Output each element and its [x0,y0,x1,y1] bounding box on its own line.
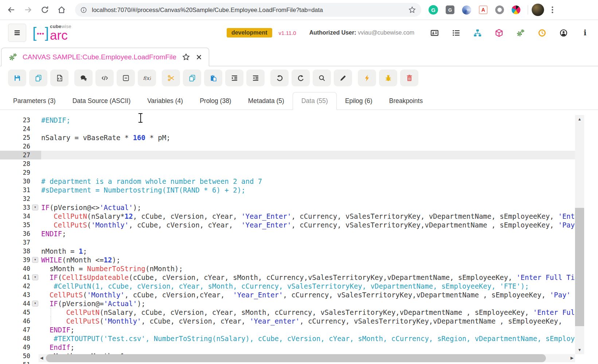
vertical-scrollbar-thumb[interactable] [575,208,584,326]
comment-button[interactable] [74,70,93,86]
delete-button[interactable] [400,70,418,86]
code-text[interactable]: #sDepartment = Numbertostring(INT(RAND *… [41,186,575,194]
redo-button[interactable] [292,70,310,86]
code-line[interactable]: 33▾IF(pVersion@<>'Actual'); [0,203,575,212]
code-text[interactable]: sMonth = NumberToString(nMonth); [41,264,575,273]
collapse-button[interactable] [117,70,135,86]
code-line[interactable]: 44▾ IF(pVersion@='Actual'); [0,299,575,308]
g-gray-extension-icon[interactable]: G [446,5,454,14]
run-button[interactable] [358,70,376,86]
code-text[interactable] [41,194,575,203]
undo-button[interactable] [270,70,289,86]
code-editor[interactable]: 23#ENDIF;2425nSalary = vBaseRate * 160 *… [0,110,598,364]
swirl-extension-icon[interactable] [462,5,471,15]
paste-button[interactable] [204,70,222,86]
code-line[interactable]: 48 #TEXTOUTPUT('Test.csv', NumberToStrin… [0,334,575,343]
code-line[interactable]: 28 [0,159,575,168]
code-line[interactable]: 35 CellPutS('Monthly', cCube, cVersion, … [0,221,575,229]
address-bar[interactable]: localhost:7070/#/process/Canvas%20Sample… [75,3,421,17]
code-text[interactable]: #CellPutN(1, cCube, cVersion, cYear, sMo… [41,282,575,290]
fold-toggle-icon[interactable]: ▾ [32,274,38,280]
code-line[interactable]: 37 [0,238,575,247]
code-text[interactable]: ENDIF; [41,229,575,238]
code-line[interactable]: 42 #CellPutN(1, cCube, cVersion, cYear, … [0,282,575,290]
code-text[interactable]: nMonth = 1; [41,247,575,256]
code-line[interactable]: 41▾ IF(CellIsUpdateable(cCube, cVersion,… [0,273,575,282]
code-line[interactable]: 31#sDepartment = Numbertostring(INT(RAND… [0,186,575,194]
back-icon[interactable] [7,5,16,14]
tab-data-source-ascii[interactable]: Data Source (ASCII) [64,92,139,110]
duplicate-button[interactable] [29,70,47,86]
code-line[interactable]: 38nMonth = 1; [0,247,575,256]
code-text[interactable]: nSalary = vBaseRate * 160 * pM; [41,133,575,142]
scroll-up-icon[interactable]: ▲ [575,117,584,121]
document-tab-process[interactable]: CANVAS SAMPLE:Cube.Employee.LoadFromFile [1,48,209,66]
tab-parameters-3[interactable]: Parameters (3) [5,92,64,110]
reload-icon[interactable] [40,5,49,14]
code-line[interactable]: 43 CellPutS('Monthly', cCube, cVersion,c… [0,290,575,299]
code-line[interactable]: 47 ENDIF; [0,325,575,334]
user-icon[interactable] [559,29,568,37]
horizontal-scrollbar[interactable]: ◀ ▶ [39,354,575,362]
tab-prolog-38[interactable]: Prolog (38) [191,92,240,110]
palette-extension-icon[interactable] [512,5,520,14]
search-button[interactable] [313,70,331,86]
code-text[interactable]: IF(CellIsUpdateable(cCube, cVersion, cYe… [41,273,575,282]
tab-variables-4[interactable]: Variables (4) [139,92,191,110]
code-line[interactable]: 27 [0,151,575,159]
fold-toggle-icon[interactable]: ▾ [32,257,38,263]
profile-avatar[interactable] [532,4,544,16]
horizontal-scrollbar-thumb[interactable] [46,354,546,362]
scroll-right-icon[interactable]: ▶ [571,356,574,360]
home-icon[interactable] [57,5,66,14]
code-line[interactable]: 24 [0,124,575,133]
cut-button[interactable] [162,70,180,86]
list-icon[interactable] [452,29,460,37]
code-line[interactable]: 45 CellPutN(nSalary, cCube, cVersion, cY… [0,308,575,317]
code-text[interactable]: IF(pVersion@<>'Actual'); [41,203,575,212]
code-line[interactable]: 32 [0,194,575,203]
code-text[interactable]: CellPutS('Monthly', cCube, cVersion, cYe… [41,221,575,229]
site-info-icon[interactable] [80,7,87,13]
tab-data-55[interactable]: Data (55) [293,92,337,110]
close-tab-icon[interactable] [196,54,202,60]
outdent-button[interactable] [246,70,265,86]
sitemap-icon[interactable] [473,29,482,37]
code-line[interactable]: 25nSalary = vBaseRate * 160 * pM; [0,133,575,142]
fold-toggle-icon[interactable]: ▾ [32,301,38,306]
code-line[interactable]: 40 sMonth = NumberToString(nMonth); [0,264,575,273]
code-line[interactable]: 49 EndIf; [0,343,575,352]
code-line[interactable]: 26 [0,142,575,151]
code-text[interactable]: CellPutS('Monthly', cCube, cVersion,cYea… [41,290,575,299]
address-card-icon[interactable] [430,29,439,37]
code-text[interactable] [41,238,575,247]
code-text[interactable]: #ENDIF; [41,116,575,124]
scroll-down-icon[interactable]: ▼ [575,348,584,352]
save-button[interactable] [8,70,26,86]
debug-button[interactable] [379,70,397,86]
code-text[interactable] [41,142,575,151]
cube-icon[interactable] [495,29,503,37]
acrobat-extension-icon[interactable]: A [479,5,488,14]
code-text[interactable] [41,151,575,159]
code-text[interactable] [41,124,575,133]
code-text[interactable] [41,159,575,168]
info-icon[interactable]: i [581,29,589,37]
vertical-scrollbar[interactable]: ▲ ▼ [575,115,584,354]
hamburger-menu-button[interactable] [8,24,26,42]
copy-button[interactable] [183,70,201,86]
code-text[interactable]: #TEXTOUTPUT('Test.csv', NumberToString(n… [41,334,575,343]
clock-icon[interactable] [538,29,546,37]
forward-icon[interactable] [24,5,32,14]
tab-epilog-6[interactable]: Epilog (6) [337,92,381,110]
code-line[interactable]: 34 CellPutN(nSalary*12, cCube, cVersion,… [0,212,575,221]
code-text[interactable] [41,168,575,177]
code-line[interactable]: 39▾WHILE(nMonth <=12); [0,256,575,264]
code-line[interactable]: 30# department is a random whole number … [0,177,575,186]
code-text[interactable]: CellPutN(nSalary, cCube, cVersion, cYear… [41,308,575,317]
code-text[interactable]: ENDIF; [41,325,575,334]
url-text[interactable]: localhost:7070/#/process/Canvas%20Sample… [92,7,408,13]
code-line[interactable]: 23#ENDIF; [0,116,575,124]
code-line[interactable]: 46 CellPutS('Monthly', cCube, cVersion, … [0,317,575,325]
tab-breakpoints[interactable]: Breakpoints [381,92,431,110]
